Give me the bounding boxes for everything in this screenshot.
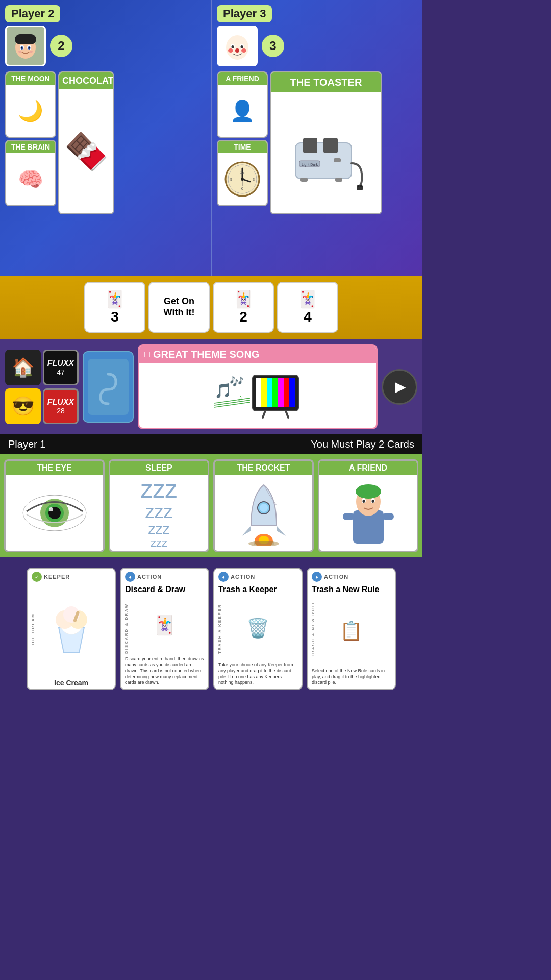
card-chocolate-image: 🍫 (59, 89, 113, 213)
svg-rect-2 (15, 34, 36, 44)
hand-card-afriend-image (319, 475, 417, 551)
goal-card-image: 🎵 🎶 ♪ (139, 363, 376, 428)
goal-card[interactable]: □ GREAT THEME SONG 🎵 (138, 344, 378, 429)
discard-image: 🃏 (121, 596, 208, 654)
trash-rule-side-label: TRASH A NEW RULE (311, 600, 315, 657)
svg-rect-45 (261, 378, 267, 407)
svg-rect-33 (334, 158, 341, 162)
icecream-type: Keeper (44, 574, 70, 580)
card-time[interactable]: TIME 12 6 9 3 (217, 140, 268, 206)
play-button[interactable] (382, 369, 417, 405)
player1-status: You Must Play 2 Cards (311, 438, 414, 450)
card-toaster-title: THE TOASTER (271, 72, 381, 92)
svg-point-16 (241, 45, 243, 48)
draw2-icon: 🃏 (233, 289, 254, 309)
action-bar: 🃏 3 Get OnWith It! 🃏 2 🃏 4 (0, 276, 422, 339)
draw-pile[interactable] (83, 351, 134, 423)
card-brain[interactable]: THE BRAIN 🧠 (5, 140, 56, 206)
action-draw-3[interactable]: 🃏 3 (84, 282, 145, 333)
svg-text:3: 3 (253, 177, 255, 182)
svg-rect-31 (303, 138, 317, 153)
card-toaster[interactable]: THE TOASTER Light Dark (270, 71, 382, 214)
draw4-num: 4 (304, 309, 312, 325)
svg-point-18 (228, 48, 233, 53)
trash-keeper-type: Action (231, 574, 255, 580)
discard-desc: Discard your entire hand, then draw as m… (121, 654, 208, 689)
bottom-card-trash-rule[interactable]: ♦ Action Trash a New Rule 📋 Select one o… (307, 568, 396, 690)
discard-type: Action (137, 574, 162, 580)
card-time-title: TIME (218, 141, 267, 153)
svg-text:6: 6 (241, 186, 244, 191)
trash-keeper-title: Trash a Keeper (214, 583, 302, 596)
hand-card-rocket[interactable]: THE ROCKET (213, 459, 314, 552)
action-draw-4[interactable]: 🃏 4 (277, 282, 338, 333)
svg-rect-77 (343, 513, 354, 520)
card-moon-title: THE MOON (6, 72, 55, 85)
svg-rect-69 (254, 541, 274, 545)
discard-title: Discard & Draw (121, 583, 208, 596)
svg-line-51 (263, 411, 265, 418)
bottom-section: ✓ Keeper Ice Cream ICE CREAM ♦ (0, 557, 422, 700)
card-chocolate-title: CHOCOLATE (59, 72, 113, 89)
fluxx-red-label: FLUXX 28 (47, 398, 74, 415)
player3-avatar (217, 26, 258, 66)
hand-card-eye[interactable]: THE EYE (4, 459, 105, 552)
svg-point-67 (260, 504, 268, 512)
svg-rect-38 (357, 185, 363, 190)
svg-rect-40 (360, 185, 362, 187)
draw3-icon: 🃏 (105, 289, 125, 309)
card-toaster-image: Light Dark (271, 92, 381, 213)
smiley-icon: 😎 (12, 396, 35, 417)
svg-rect-44 (256, 378, 261, 407)
trash-rule-header: ♦ Action (308, 569, 395, 583)
trash-rule-desc: Select one of the New Rule cards in play… (308, 666, 395, 689)
status-bar: Player 1 You Must Play 2 Cards (0, 434, 422, 454)
board-section: 🏠 FLUXX 47 😎 FLUXX 28 (0, 339, 422, 434)
card-brain-image: 🧠 (6, 153, 55, 205)
get-on-text: Get OnWith It! (160, 292, 199, 322)
hand-card-afriend-title: A FRIEND (319, 461, 417, 475)
hand-section: THE EYE SLEEP zzz zzz zzz zzz TH (0, 454, 422, 557)
house-icon: 🏠 (12, 357, 35, 378)
draw4-icon: 🃏 (297, 289, 318, 309)
goal-card-title: GREAT THEME SONG (153, 349, 260, 360)
hand-card-sleep[interactable]: SLEEP zzz zzz zzz zzz (109, 459, 209, 552)
svg-rect-46 (267, 378, 272, 407)
action-draw-2[interactable]: 🃏 2 (213, 282, 274, 333)
top-section: Player 2 2 (0, 0, 422, 276)
svg-line-52 (286, 411, 288, 418)
home-button[interactable]: 🏠 (5, 350, 41, 385)
action-get-on[interactable]: Get OnWith It! (148, 282, 210, 333)
svg-point-17 (235, 48, 239, 53)
discard-header: ♦ Action (121, 569, 208, 583)
hand-card-rocket-image (215, 475, 312, 551)
player1-label: Player 1 (8, 438, 45, 450)
bottom-card-icecream[interactable]: ✓ Keeper Ice Cream ICE CREAM (27, 568, 116, 690)
bottom-card-trash-keeper[interactable]: ♦ Action Trash a Keeper 🗑️ Take your cho… (213, 568, 303, 690)
fluxx-blue-button[interactable]: FLUXX 47 (43, 350, 79, 385)
trash-rule-image: 📋 (308, 596, 395, 666)
trash-keeper-header: ♦ Action (214, 569, 302, 583)
card-friend[interactable]: A FRIEND 👤 (217, 71, 268, 138)
svg-rect-41 (88, 359, 129, 415)
trash-keeper-image: 🗑️ (214, 596, 302, 660)
icecream-image (28, 583, 115, 677)
icecream-header: ✓ Keeper (28, 569, 115, 583)
hand-card-afriend[interactable]: A FRIEND (318, 459, 418, 552)
card-brain-title: THE BRAIN (6, 141, 55, 153)
hand-card-eye-title: THE EYE (6, 461, 103, 475)
card-moon[interactable]: THE MOON 🌙 (5, 71, 56, 138)
player3-info: 3 (217, 26, 417, 66)
face-button[interactable]: 😎 (5, 388, 41, 424)
svg-point-72 (356, 484, 381, 499)
card-chocolate[interactable]: CHOCOLATE 🍫 (58, 71, 114, 214)
fluxx-red-button[interactable]: FLUXX 28 (43, 388, 79, 424)
hand-card-eye-image (6, 475, 103, 551)
draw2-num: 2 (239, 309, 247, 325)
bottom-card-discard[interactable]: ♦ Action Discard & Draw 🃏 Discard your e… (120, 568, 209, 690)
card-friend-image: 👤 (218, 85, 267, 137)
player3-area: Player 3 3 (212, 0, 422, 276)
svg-point-76 (371, 500, 374, 503)
goal-card-header: □ GREAT THEME SONG (139, 346, 376, 363)
svg-point-12 (226, 35, 248, 60)
